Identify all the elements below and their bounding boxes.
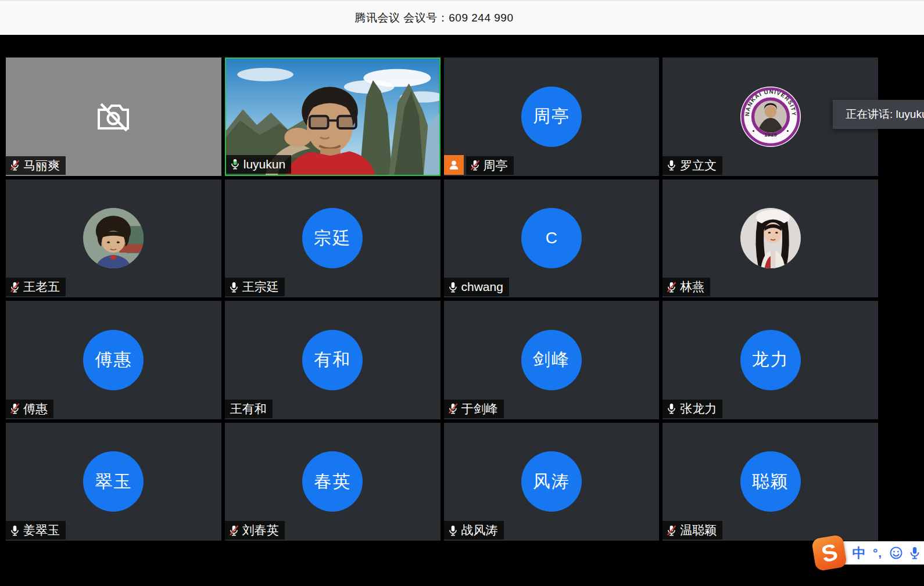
avatar-initials: 春英 <box>302 451 363 512</box>
name-label: 张龙力 <box>662 400 722 418</box>
participant-tile[interactable]: 有和 王有和 <box>225 301 440 419</box>
mic-muted-icon <box>9 159 21 171</box>
avatar-initials: 剑峰 <box>521 330 582 390</box>
ime-language-mode-button[interactable]: 中 <box>850 544 868 562</box>
participant-tile[interactable]: 傅惠 傅惠 <box>6 301 221 419</box>
name-label: chwang <box>444 278 509 296</box>
name-row: 傅惠 <box>6 400 53 418</box>
mic-on-icon <box>665 402 678 415</box>
participant-name: 张龙力 <box>680 401 717 417</box>
microphone-icon <box>908 546 922 560</box>
avatar-initials: 傅惠 <box>83 330 144 390</box>
participant-name: 刘春英 <box>242 522 279 538</box>
mic-on-icon <box>665 159 678 171</box>
participant-tile[interactable]: 聪颖 温聪颖 <box>662 423 878 541</box>
university-logo-avatar: NANKAI UNIVERSITY 1919 <box>739 85 802 148</box>
name-row: 刘春英 <box>225 521 285 540</box>
participant-name: 战风涛 <box>461 522 498 538</box>
participant-grid: 马丽爽 <box>6 57 878 541</box>
name-row: 王有和 <box>225 400 273 418</box>
participant-tile[interactable]: luyukun <box>225 57 440 176</box>
avatar-text: 剑峰 <box>533 348 570 372</box>
avatar-text: 聪颖 <box>752 470 789 494</box>
ime-emoji-button[interactable] <box>887 546 905 560</box>
active-speaker-text: 正在讲话: luyuku <box>846 107 924 122</box>
avatar-text: 周亭 <box>533 105 570 128</box>
name-row: 姜翠玉 <box>6 521 66 540</box>
avatar-text: 风涛 <box>533 470 570 494</box>
participant-tile[interactable]: 王老五 <box>6 179 221 298</box>
avatar-initials: 有和 <box>302 330 363 390</box>
participant-tile[interactable]: 风涛 战风涛 <box>444 423 660 541</box>
photo-avatar-woman <box>740 208 801 268</box>
ime-voice-button[interactable] <box>905 546 924 560</box>
avatar-initials: 风涛 <box>521 451 582 512</box>
name-row: luyukun <box>226 155 291 174</box>
name-label: 王宗廷 <box>225 278 285 296</box>
smiley-icon <box>889 546 903 560</box>
name-label: 于剑峰 <box>444 400 504 418</box>
mic-muted-icon <box>469 159 481 171</box>
camera-off-icon <box>94 100 132 133</box>
participant-name: 马丽爽 <box>23 157 60 174</box>
active-speaker-tooltip: 正在讲话: luyuku <box>833 100 924 129</box>
sogou-logo-button[interactable]: S <box>811 534 847 571</box>
mic-muted-icon <box>9 281 21 293</box>
name-label: 罗立文 <box>662 156 722 175</box>
participant-tile[interactable]: 马丽爽 <box>6 57 221 176</box>
participant-name: 王宗廷 <box>242 279 279 295</box>
name-row: 战风涛 <box>444 521 504 540</box>
host-person-icon <box>447 159 460 171</box>
name-row: 王老五 <box>6 278 66 296</box>
name-row: 于剑峰 <box>444 400 504 418</box>
name-label: 傅惠 <box>6 400 53 418</box>
mic-on-icon <box>447 524 459 537</box>
participant-tile[interactable]: 龙力 张龙力 <box>662 301 878 419</box>
mic-muted-icon <box>447 402 459 415</box>
name-row: 马丽爽 <box>6 156 66 175</box>
name-label: 刘春英 <box>225 521 285 540</box>
participant-tile[interactable]: 春英 刘春英 <box>225 423 440 541</box>
participant-name: 周亭 <box>484 157 508 174</box>
ime-punctuation-button[interactable]: °, <box>868 546 887 560</box>
avatar-initials: 周亭 <box>521 87 582 147</box>
sogou-logo-letter: S <box>819 540 839 566</box>
titlebar: 腾讯会议 会议号：609 244 990 <box>0 0 924 35</box>
mic-on-icon <box>447 281 459 293</box>
name-row: 王宗廷 <box>225 278 285 296</box>
mic-muted-icon <box>665 524 678 537</box>
participant-name: 傅惠 <box>23 401 48 417</box>
name-label: 姜翠玉 <box>6 521 66 540</box>
participant-tile[interactable]: C chwang <box>444 179 660 298</box>
participant-tile[interactable]: 剑峰 于剑峰 <box>444 301 660 419</box>
avatar-initials: 聪颖 <box>740 451 801 512</box>
name-row: chwang <box>444 278 509 296</box>
photo-avatar-boy <box>83 208 144 268</box>
name-row: 周亭 <box>444 155 514 175</box>
participant-tile[interactable]: 周亭 周亭 <box>444 57 660 176</box>
avatar-initials: 翠玉 <box>83 451 144 512</box>
name-label: 王老五 <box>6 278 66 296</box>
mic-speaking-icon <box>229 158 241 170</box>
host-badge <box>444 155 464 175</box>
avatar-text: 春英 <box>314 470 351 494</box>
participant-tile[interactable]: 林燕 <box>662 179 878 298</box>
participant-name: 王有和 <box>230 401 267 417</box>
meeting-title: 腾讯会议 会议号：609 244 990 <box>355 10 514 26</box>
name-row: 林燕 <box>662 278 710 296</box>
participant-name: 王老五 <box>23 279 60 295</box>
name-row: 罗立文 <box>662 156 722 175</box>
avatar-initials: C <box>521 208 582 268</box>
mic-muted-icon <box>9 402 21 415</box>
participant-tile[interactable]: 宗廷 王宗廷 <box>225 179 440 298</box>
avatar-initials: 宗廷 <box>302 208 363 268</box>
avatar-text: 翠玉 <box>95 470 132 494</box>
name-row: 张龙力 <box>662 400 722 418</box>
avatar-text: 傅惠 <box>95 348 132 372</box>
participant-tile[interactable]: 翠玉 姜翠玉 <box>6 423 221 541</box>
name-label: 周亭 <box>466 156 514 175</box>
name-label: 温聪颖 <box>662 521 722 540</box>
participant-name: 于剑峰 <box>461 401 498 417</box>
avatar-text: 有和 <box>314 348 351 372</box>
name-label: 林燕 <box>662 278 710 296</box>
